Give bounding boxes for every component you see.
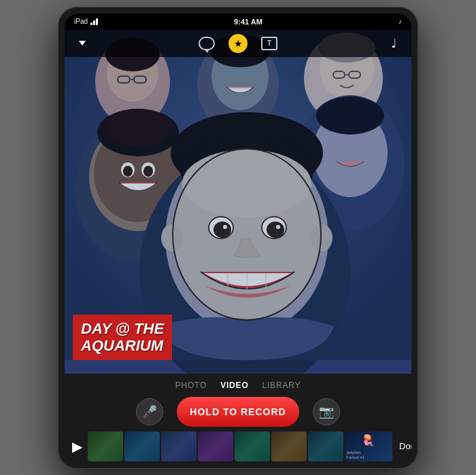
microphone-icon: 🎤 (142, 404, 157, 419)
toolbar-right: ♩ (384, 34, 403, 53)
tab-photo[interactable]: PHOTO (175, 381, 207, 390)
text-box-icon: T (261, 37, 277, 50)
title-line2: AQUARIUM (81, 337, 164, 354)
wifi-icon (90, 18, 98, 25)
thumbnail-1[interactable] (88, 432, 123, 461)
title-line1: DAY @ THE (81, 320, 164, 337)
svg-rect-47 (65, 27, 411, 360)
status-time: 9:41 AM (234, 18, 262, 26)
main-image: DAY @ THE AQUARIUM (65, 14, 411, 374)
play-button[interactable]: ▶ (67, 437, 86, 456)
thumbnail-jellyfish[interactable]: 🪼 JellyfishFantod #1 (345, 432, 392, 461)
star-button[interactable]: ★ (228, 34, 248, 53)
music-icon: ♩ (391, 36, 396, 51)
microphone-button[interactable]: 🎤 (136, 398, 163, 425)
status-left: iPad (74, 18, 98, 25)
comic-image: DAY @ THE AQUARIUM (65, 14, 411, 374)
tab-video[interactable]: VIDEO (220, 381, 248, 390)
thumbnail-6[interactable] (271, 432, 307, 461)
title-overlay: DAY @ THE AQUARIUM (73, 315, 172, 360)
bottom-controls: PHOTO VIDEO LIBRARY 🎤 HOLD TO RECORD 📷 ▶ (65, 374, 411, 462)
star-circle-icon: ★ (228, 34, 248, 53)
speech-bubble-button[interactable] (197, 34, 216, 53)
battery-icon: ♪ (398, 18, 402, 25)
thumbnail-3[interactable] (161, 432, 197, 461)
thumbnail-2[interactable] (124, 432, 160, 461)
camera-flip-button[interactable]: 📷 (313, 398, 340, 425)
status-bar: iPad 9:41 AM ♪ (65, 14, 411, 30)
thumbnail-5[interactable] (235, 432, 270, 461)
toolbar-left (73, 34, 92, 53)
back-button[interactable] (73, 34, 92, 53)
thumbnail-4[interactable] (198, 432, 233, 461)
hold-to-record-button[interactable]: HOLD TO RECORD (177, 397, 299, 427)
mode-tabs: PHOTO VIDEO LIBRARY (65, 374, 411, 394)
text-button[interactable]: T (260, 34, 279, 53)
toolbar: ★ T ♩ (65, 30, 411, 57)
record-button-label: HOLD TO RECORD (190, 406, 286, 417)
music-button[interactable]: ♩ (384, 34, 403, 53)
speech-bubble-icon (199, 37, 215, 50)
device-label: iPad (74, 18, 88, 25)
chevron-down-icon (79, 41, 86, 46)
thumbnail-7[interactable] (308, 432, 343, 461)
device-frame: iPad 9:41 AM ♪ (58, 7, 418, 469)
record-row: 🎤 HOLD TO RECORD 📷 (65, 394, 411, 431)
status-right: ♪ (398, 18, 402, 25)
toolbar-center: ★ T (197, 34, 279, 53)
tab-library[interactable]: LIBRARY (262, 381, 301, 390)
done-button[interactable]: Done (394, 438, 411, 454)
jellyfish-label: JellyfishFantod #1 (346, 451, 364, 459)
thumbnail-strip: ▶ 🪼 JellyfishFantod #1 Done (65, 431, 411, 462)
camera-flip-icon: 📷 (319, 404, 334, 419)
screen: iPad 9:41 AM ♪ (65, 14, 411, 462)
